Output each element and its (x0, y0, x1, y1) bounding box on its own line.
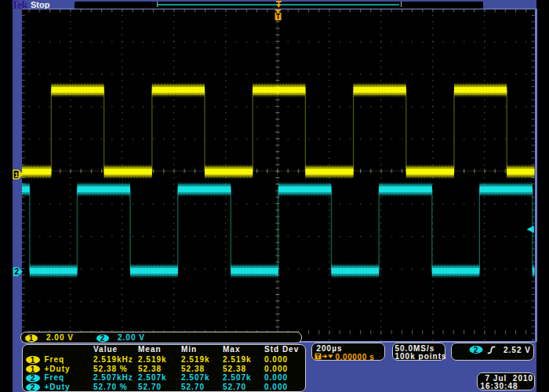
svg-text:2: 2 (31, 375, 36, 383)
svg-text:2: 2 (473, 346, 478, 354)
svg-text:1: 1 (31, 356, 36, 365)
svg-text:2: 2 (31, 383, 36, 391)
svg-text:1: 1 (31, 365, 36, 374)
svg-text:2: 2 (100, 334, 106, 343)
svg-text:2: 2 (15, 267, 20, 276)
svg-text:1: 1 (29, 334, 35, 343)
svg-text:1: 1 (14, 170, 19, 179)
